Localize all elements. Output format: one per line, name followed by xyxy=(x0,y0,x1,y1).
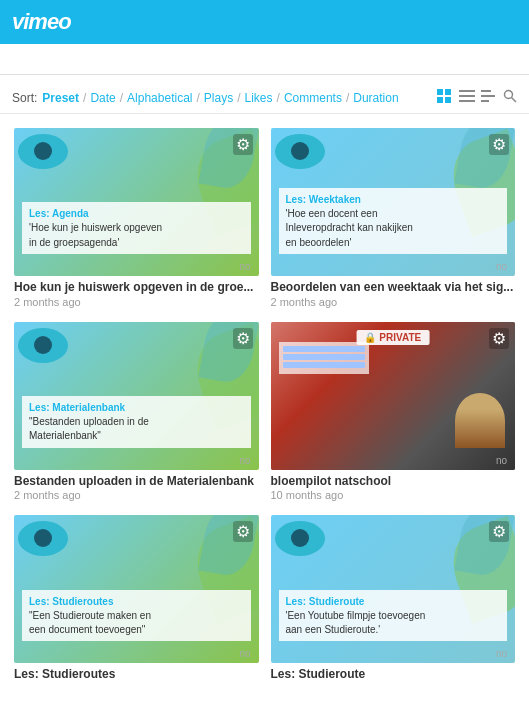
video-info: bloempilot natschool 10 months ago xyxy=(271,470,516,504)
gear-icon[interactable]: ⚙ xyxy=(489,134,509,155)
view-icons xyxy=(437,89,517,107)
video-card[interactable]: Les: Materialenbank "Bestanden uploaden … xyxy=(8,316,265,510)
video-age: 2 months ago xyxy=(14,296,259,308)
sort-plays[interactable]: Plays xyxy=(204,91,233,105)
video-title: bloempilot natschool xyxy=(271,474,516,490)
svg-rect-5 xyxy=(459,95,475,97)
private-label: PRIVATE xyxy=(379,332,421,343)
nav-bar: vimeo xyxy=(0,0,529,44)
svg-line-11 xyxy=(512,98,517,103)
video-title: Les: Studieroutes xyxy=(14,667,259,683)
video-thumbnail: Les: Studieroute 'Een Youtube filmpje to… xyxy=(271,515,516,663)
watermark: no xyxy=(496,648,507,659)
thumb-lesson-title: Les: Studieroutes xyxy=(29,595,244,608)
watermark: no xyxy=(239,648,250,659)
svg-rect-4 xyxy=(459,90,475,92)
thumb-lesson-body: 'Een Youtube filmpje toevoegen aan een S… xyxy=(286,610,426,635)
list-view-icon[interactable] xyxy=(459,89,475,107)
video-title: Bestanden uploaden in de Materialenbank xyxy=(14,474,259,490)
video-thumbnail: Les: Studieroutes "Een Studieroute maken… xyxy=(14,515,259,663)
thumb-lesson-body: "Bestanden uploaden in de Materialenbank… xyxy=(29,416,149,441)
eye-pupil xyxy=(34,529,52,547)
svg-rect-0 xyxy=(437,89,443,95)
watermark: no xyxy=(496,455,507,466)
video-card[interactable]: Les: Studieroute 'Een Youtube filmpje to… xyxy=(265,509,522,691)
eye-decoration xyxy=(275,134,325,169)
page-header xyxy=(0,44,529,75)
svg-point-10 xyxy=(505,91,513,99)
eye-decoration xyxy=(18,521,68,556)
video-info: Les: Studieroutes xyxy=(14,663,259,685)
thumb-lesson-body: 'Hoe een docent een Inleveropdracht kan … xyxy=(286,208,413,248)
svg-rect-6 xyxy=(459,100,475,102)
video-thumbnail: Les: Agenda 'Hoe kun je huiswerk opgeven… xyxy=(14,128,259,276)
thumb-lesson-body: "Een Studieroute maken en een document t… xyxy=(29,610,151,635)
folder-area xyxy=(279,342,369,374)
video-info: Hoe kun je huiswerk opgeven in de groe..… xyxy=(14,276,259,310)
gear-icon[interactable]: ⚙ xyxy=(233,328,253,349)
thumb-lesson-title: Les: Weektaken xyxy=(286,193,501,206)
gear-icon[interactable]: ⚙ xyxy=(489,328,509,349)
watermark: no xyxy=(239,261,250,272)
sort-likes[interactable]: Likes xyxy=(245,91,273,105)
eye-decoration xyxy=(18,328,68,363)
gear-icon[interactable]: ⚙ xyxy=(489,521,509,542)
eye-decoration xyxy=(275,521,325,556)
video-title: Les: Studieroute xyxy=(271,667,516,683)
logo[interactable]: vimeo xyxy=(12,9,71,35)
eye-pupil xyxy=(291,142,309,160)
thumb-lesson-title: Les: Studieroute xyxy=(286,595,501,608)
watermark: no xyxy=(496,261,507,272)
svg-rect-1 xyxy=(445,89,451,95)
sort-preset[interactable]: Preset xyxy=(42,91,79,105)
grid-view-icon[interactable] xyxy=(437,89,453,107)
sort-comments[interactable]: Comments xyxy=(284,91,342,105)
svg-rect-7 xyxy=(481,90,491,92)
video-grid: Les: Agenda 'Hoe kun je huiswerk opgeven… xyxy=(0,122,529,691)
thumb-lesson-title: Les: Materialenbank xyxy=(29,401,244,414)
thumb-label: Les: Studieroutes "Een Studieroute maken… xyxy=(22,590,251,642)
thumb-lesson-body: 'Hoe kun je huiswerk opgeven in de groep… xyxy=(29,222,162,247)
video-info: Bestanden uploaden in de Materialenbank … xyxy=(14,470,259,504)
eye-pupil xyxy=(291,529,309,547)
watermark: no xyxy=(239,455,250,466)
person-silhouette xyxy=(455,393,505,448)
settings-view-icon[interactable] xyxy=(481,89,497,107)
search-icon[interactable] xyxy=(503,89,517,107)
video-card[interactable]: Les: Agenda 'Hoe kun je huiswerk opgeven… xyxy=(8,122,265,316)
gear-icon[interactable]: ⚙ xyxy=(233,134,253,155)
video-thumbnail: 🔒 PRIVATE ⚙ no xyxy=(271,322,516,470)
sort-alphabetical[interactable]: Alphabetical xyxy=(127,91,192,105)
video-age: 2 months ago xyxy=(271,296,516,308)
video-title: Beoordelen van een weektaak via het sig.… xyxy=(271,280,516,296)
eye-pupil xyxy=(34,336,52,354)
video-info: Beoordelen van een weektaak via het sig.… xyxy=(271,276,516,310)
video-age: 10 months ago xyxy=(271,489,516,501)
eye-pupil xyxy=(34,142,52,160)
svg-rect-8 xyxy=(481,95,495,97)
eye-decoration xyxy=(18,134,68,169)
sort-duration[interactable]: Duration xyxy=(353,91,398,105)
video-age: 2 months ago xyxy=(14,489,259,501)
svg-rect-2 xyxy=(437,97,443,103)
video-card[interactable]: Les: Studieroutes "Een Studieroute maken… xyxy=(8,509,265,691)
thumb-lesson-title: Les: Agenda xyxy=(29,207,244,220)
video-thumbnail: Les: Materialenbank "Bestanden uploaden … xyxy=(14,322,259,470)
thumb-label: Les: Materialenbank "Bestanden uploaden … xyxy=(22,396,251,448)
sort-label: Sort: xyxy=(12,91,37,105)
svg-rect-9 xyxy=(481,100,489,102)
video-card[interactable]: Les: Weektaken 'Hoe een docent een Inlev… xyxy=(265,122,522,316)
video-card[interactable]: 🔒 PRIVATE ⚙ no bloempilot natschool 10 m… xyxy=(265,316,522,510)
sort-bar: Sort: Preset / Date / Alphabetical / Pla… xyxy=(0,83,529,114)
svg-rect-3 xyxy=(445,97,451,103)
sort-date[interactable]: Date xyxy=(90,91,115,105)
video-title: Hoe kun je huiswerk opgeven in de groe..… xyxy=(14,280,259,296)
video-info: Les: Studieroute xyxy=(271,663,516,685)
thumb-label: Les: Agenda 'Hoe kun je huiswerk opgeven… xyxy=(22,202,251,254)
private-badge: 🔒 PRIVATE xyxy=(356,330,429,345)
video-thumbnail: Les: Weektaken 'Hoe een docent een Inlev… xyxy=(271,128,516,276)
gear-icon[interactable]: ⚙ xyxy=(233,521,253,542)
thumb-label: Les: Weektaken 'Hoe een docent een Inlev… xyxy=(279,188,508,254)
thumb-label: Les: Studieroute 'Een Youtube filmpje to… xyxy=(279,590,508,642)
